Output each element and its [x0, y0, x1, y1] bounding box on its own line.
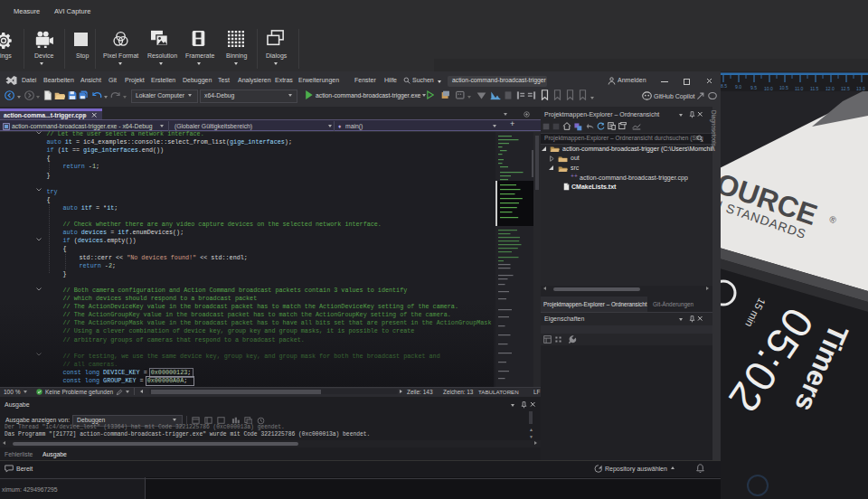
svg-text:8.5: 8.5: [721, 83, 727, 89]
svg-text:9.0: 9.0: [735, 84, 741, 89]
svg-text:13.0: 13.0: [856, 86, 865, 91]
svg-text:12.5: 12.5: [841, 86, 850, 91]
svg-text:12.0: 12.0: [826, 86, 835, 91]
svg-text:10.0: 10.0: [764, 86, 773, 91]
svg-text:9.5: 9.5: [750, 85, 757, 90]
svg-text:11.5: 11.5: [810, 86, 819, 91]
svg-text:10.5: 10.5: [779, 85, 788, 90]
svg-text:11.0: 11.0: [795, 86, 804, 91]
